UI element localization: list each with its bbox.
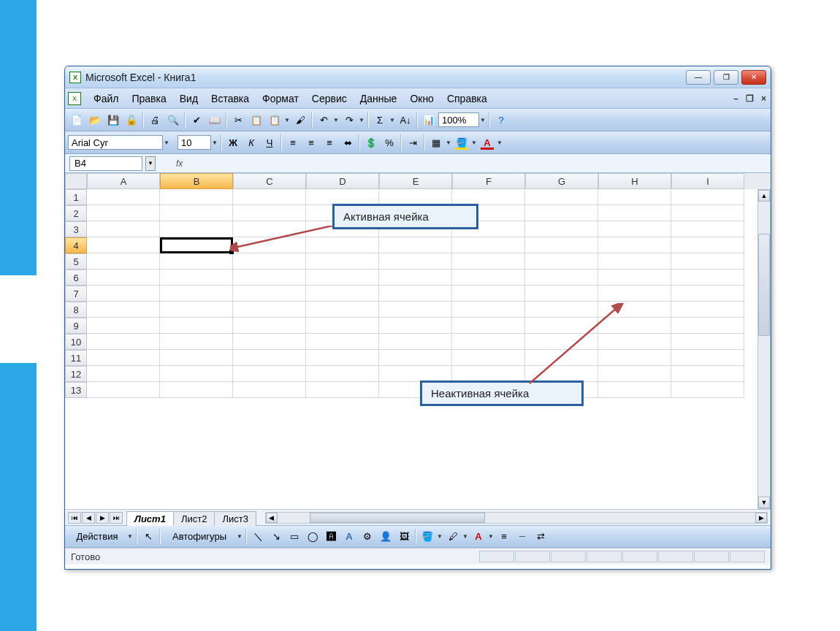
- hscroll-right[interactable]: ▶: [755, 513, 767, 523]
- name-box[interactable]: B4: [69, 156, 142, 171]
- hscroll-left[interactable]: ◀: [266, 513, 278, 523]
- cell-B13[interactable]: [160, 382, 233, 398]
- mdi-close[interactable]: ×: [760, 93, 768, 104]
- cell-H10[interactable]: [598, 334, 671, 350]
- font-name-combo[interactable]: Arial Cyr: [68, 135, 163, 150]
- cell-B3[interactable]: [160, 221, 233, 237]
- menu-tools[interactable]: Сервис: [305, 91, 354, 107]
- cell-E4[interactable]: [379, 237, 452, 253]
- menu-view[interactable]: Вид: [173, 91, 205, 107]
- cell-D4[interactable]: [306, 237, 379, 253]
- zoom-combo[interactable]: 100%: [438, 112, 479, 127]
- cell-A3[interactable]: [87, 221, 160, 237]
- redo-icon[interactable]: ↷: [340, 111, 358, 129]
- cell-A9[interactable]: [87, 318, 160, 334]
- underline-button[interactable]: Ч: [261, 134, 278, 151]
- cell-A11[interactable]: [87, 350, 160, 366]
- row-header-6[interactable]: 6: [65, 269, 87, 286]
- chart-icon[interactable]: 📊: [420, 111, 438, 129]
- cell-B5[interactable]: [160, 253, 233, 269]
- col-header-h[interactable]: H: [598, 173, 671, 189]
- cell-D10[interactable]: [306, 334, 379, 350]
- cell-E6[interactable]: [379, 269, 452, 286]
- cell-G10[interactable]: [525, 334, 598, 350]
- cell-B2[interactable]: [160, 205, 233, 221]
- autoshapes-dropdown[interactable]: ▼: [237, 533, 243, 540]
- bold-button[interactable]: Ж: [224, 134, 242, 151]
- borders-icon[interactable]: ▦: [427, 134, 445, 151]
- cell-I4[interactable]: [671, 237, 744, 253]
- tab-prev-button[interactable]: ◀: [82, 512, 95, 524]
- cell-G7[interactable]: [525, 286, 598, 302]
- research-icon[interactable]: 📖: [206, 111, 224, 129]
- format-painter-icon[interactable]: 🖌: [291, 111, 309, 129]
- hscroll-thumb[interactable]: [310, 513, 485, 523]
- cell-C8[interactable]: [233, 302, 306, 318]
- cell-D11[interactable]: [306, 350, 379, 366]
- font-color-dropdown[interactable]: ▼: [497, 139, 503, 146]
- cell-I8[interactable]: [671, 302, 744, 318]
- cell-D1[interactable]: [306, 189, 379, 205]
- cell-I5[interactable]: [671, 253, 744, 269]
- cell-A10[interactable]: [87, 334, 160, 350]
- cell-F11[interactable]: [452, 350, 525, 366]
- undo-icon[interactable]: ↶: [315, 111, 332, 129]
- cell-F10[interactable]: [452, 334, 525, 350]
- cell-G6[interactable]: [525, 269, 598, 286]
- merge-center-icon[interactable]: ⬌: [339, 134, 356, 151]
- sort-asc-icon[interactable]: A↓: [397, 111, 414, 129]
- menu-insert[interactable]: Вставка: [205, 91, 256, 107]
- cell-H1[interactable]: [598, 189, 671, 205]
- mdi-minimize[interactable]: –: [732, 93, 740, 104]
- cell-G5[interactable]: [525, 253, 598, 269]
- cut-icon[interactable]: ✂: [229, 111, 247, 129]
- row-header-9[interactable]: 9: [65, 318, 87, 334]
- cell-E8[interactable]: [379, 302, 452, 318]
- tab-last-button[interactable]: ⏭: [110, 512, 123, 524]
- indent-icon[interactable]: ⇥: [404, 134, 421, 151]
- autosum-dropdown[interactable]: ▼: [389, 117, 396, 123]
- scroll-up-button[interactable]: ▲: [758, 190, 770, 202]
- save-icon[interactable]: 💾: [104, 111, 122, 129]
- cell-E11[interactable]: [379, 350, 452, 366]
- menu-edit[interactable]: Правка: [125, 91, 172, 107]
- cell-H7[interactable]: [598, 286, 671, 302]
- workbook-icon[interactable]: X: [68, 92, 81, 105]
- row-header-2[interactable]: 2: [65, 205, 87, 221]
- cell-I13[interactable]: [671, 382, 744, 398]
- fx-label[interactable]: fx: [176, 158, 183, 169]
- sheet-tab-1[interactable]: Лист1: [126, 511, 174, 526]
- row-header-12[interactable]: 12: [65, 366, 87, 382]
- borders-dropdown[interactable]: ▼: [446, 139, 452, 146]
- cell-A1[interactable]: [87, 189, 160, 205]
- cell-G1[interactable]: [525, 189, 598, 205]
- redo-dropdown[interactable]: ▼: [359, 117, 365, 123]
- spellcheck-icon[interactable]: ✔: [188, 111, 205, 129]
- select-objects-icon[interactable]: ↖: [140, 528, 157, 546]
- col-header-g[interactable]: G: [525, 173, 598, 189]
- clipart-icon[interactable]: 👤: [377, 528, 394, 546]
- permission-icon[interactable]: 🔓: [123, 111, 140, 129]
- diagram-icon[interactable]: ⚙: [359, 528, 376, 546]
- actions-dropdown[interactable]: ▼: [127, 533, 134, 540]
- arrow-style-icon[interactable]: ⇄: [532, 528, 549, 546]
- cell-I9[interactable]: [671, 318, 744, 334]
- cell-D8[interactable]: [306, 302, 379, 318]
- cell-B9[interactable]: [160, 318, 233, 334]
- col-header-c[interactable]: C: [233, 173, 306, 189]
- col-header-d[interactable]: D: [306, 173, 379, 189]
- col-header-a[interactable]: A: [87, 173, 160, 189]
- cell-H13[interactable]: [598, 382, 671, 398]
- cell-E9[interactable]: [379, 318, 452, 334]
- line-color-icon[interactable]: 🖊: [444, 528, 462, 546]
- cell-D7[interactable]: [306, 286, 379, 302]
- cell-D12[interactable]: [306, 366, 379, 382]
- cell-C12[interactable]: [233, 366, 306, 382]
- cell-B6[interactable]: [160, 269, 233, 286]
- cell-G12[interactable]: [525, 366, 598, 382]
- cell-D9[interactable]: [306, 318, 379, 334]
- cell-A5[interactable]: [87, 253, 160, 269]
- cell-I10[interactable]: [671, 334, 744, 350]
- cell-H6[interactable]: [598, 269, 671, 286]
- cell-G3[interactable]: [525, 221, 598, 237]
